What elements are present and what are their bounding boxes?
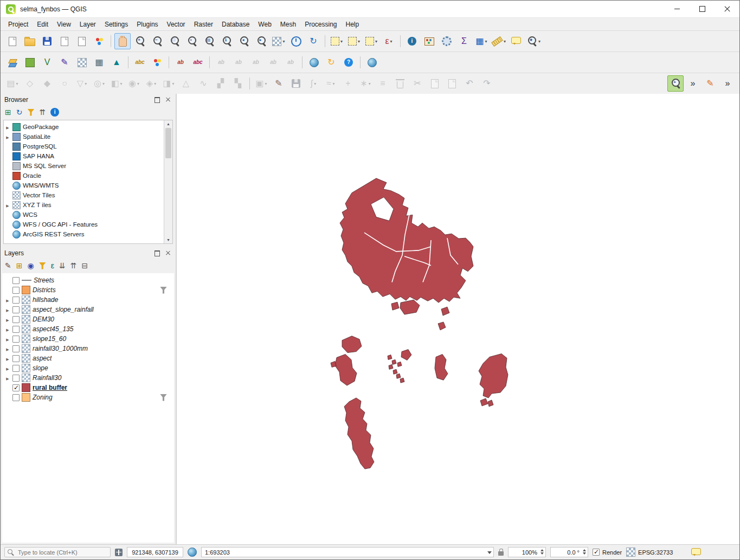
stream-digitizing-icon[interactable]: ≈ bbox=[323, 75, 339, 92]
layer-labeling-icon[interactable]: abc bbox=[132, 54, 148, 70]
browser-wms-wmts[interactable]: WMS/WMTS bbox=[4, 181, 164, 190]
menu-item[interactable]: Raster bbox=[190, 19, 217, 30]
toggle-editing-icon[interactable]: ✎ bbox=[271, 75, 287, 92]
annotation-overflow-icon[interactable]: ✎ bbox=[702, 75, 718, 92]
float-panel-icon[interactable] bbox=[153, 96, 161, 104]
expander-icon[interactable] bbox=[5, 201, 10, 209]
move-feature-icon[interactable]: ◇ bbox=[22, 75, 38, 92]
layer-streets[interactable]: Streets bbox=[2, 275, 174, 285]
coordinate-display[interactable]: 921348, 6307139 bbox=[127, 547, 183, 557]
layer-checkbox[interactable] bbox=[12, 326, 20, 333]
copy-move-feature-icon[interactable]: ◆ bbox=[39, 75, 55, 92]
menu-item[interactable]: Help bbox=[342, 19, 364, 30]
expand-all-icon[interactable]: ⇊ bbox=[59, 262, 66, 269]
layer-slope[interactable]: slope bbox=[2, 363, 174, 373]
fill-ring-icon[interactable]: ◉ bbox=[126, 75, 142, 92]
move-label-icon[interactable]: ab bbox=[213, 54, 229, 70]
manage-map-themes-icon[interactable]: ◉ bbox=[27, 262, 34, 269]
browser-xyz-tiles[interactable]: XYZ T iles bbox=[4, 200, 164, 210]
browser-postgresql[interactable]: PostgreSQL bbox=[4, 141, 164, 151]
field-calculator-icon[interactable] bbox=[421, 33, 437, 49]
highlight-pinned-labels-icon[interactable]: abc bbox=[190, 54, 206, 70]
new-shapefile-layer-icon[interactable]: V bbox=[39, 54, 55, 70]
menu-item[interactable]: Settings bbox=[100, 19, 132, 30]
expander-icon[interactable] bbox=[5, 296, 10, 304]
new-temporary-scratch-layer-icon[interactable] bbox=[74, 54, 90, 70]
add-ring-icon[interactable]: ◎ bbox=[91, 75, 107, 92]
rotate-feature-icon[interactable]: ○ bbox=[56, 75, 73, 92]
layer-aspect-slope-rainfall[interactable]: aspect_slope_rainfall bbox=[2, 305, 174, 314]
locate-input[interactable] bbox=[17, 549, 107, 556]
open-layer-styling-icon[interactable]: ✎ bbox=[5, 262, 11, 269]
expander-icon[interactable] bbox=[5, 335, 10, 343]
rotate-label-icon[interactable]: ab bbox=[230, 54, 247, 70]
vertex-tool-icon[interactable]: ∗ bbox=[357, 75, 374, 92]
new-spatialite-layer-icon[interactable]: ✎ bbox=[56, 54, 73, 70]
filter-browser-icon[interactable] bbox=[27, 109, 34, 116]
menu-item[interactable]: Web bbox=[254, 19, 275, 30]
delete-part-icon[interactable]: ◨ bbox=[160, 75, 177, 92]
filter-legend-icon[interactable] bbox=[39, 262, 46, 269]
add-feature-icon[interactable]: + bbox=[340, 75, 356, 92]
style-manager-icon[interactable] bbox=[91, 33, 107, 49]
redo-icon[interactable]: ↷ bbox=[479, 75, 495, 92]
select-by-expression-icon[interactable]: ε bbox=[381, 33, 397, 49]
browser-scrollbar[interactable]: ▲ ▼ bbox=[164, 120, 172, 243]
rotation-spinbox[interactable]: 0.0 ° bbox=[550, 547, 588, 557]
render-checkbox[interactable] bbox=[593, 549, 600, 556]
map-canvas[interactable] bbox=[177, 94, 739, 544]
new-virtual-layer-icon[interactable]: ▦ bbox=[91, 54, 107, 70]
layer-checkbox[interactable] bbox=[12, 355, 20, 362]
undo-icon[interactable]: ↶ bbox=[461, 75, 478, 92]
expander-icon[interactable] bbox=[5, 345, 10, 352]
scroll-thumb[interactable] bbox=[165, 128, 171, 158]
toolbar-button[interactable] bbox=[167, 55, 171, 70]
layer-checkbox[interactable] bbox=[12, 384, 20, 391]
render-toggle[interactable]: Render bbox=[593, 549, 622, 556]
simplify-feature-icon[interactable]: ▽ bbox=[74, 75, 90, 92]
show-layout-manager-icon[interactable] bbox=[74, 33, 90, 49]
copy-features-icon[interactable] bbox=[427, 75, 443, 92]
zoom-native-icon[interactable]: 1 bbox=[218, 33, 235, 49]
modify-attributes-icon[interactable]: ≡ bbox=[375, 75, 391, 92]
refresh-map-icon[interactable]: ↻ bbox=[305, 33, 321, 49]
identify-features-icon[interactable]: i bbox=[404, 33, 420, 49]
open-project-icon[interactable] bbox=[22, 33, 38, 49]
layer-checkbox[interactable] bbox=[12, 365, 20, 372]
magnifier-spinbox[interactable]: 100% bbox=[508, 547, 546, 557]
save-layer-edits-icon[interactable] bbox=[288, 75, 304, 92]
browser-ms-sql-server[interactable]: MS SQL Server bbox=[4, 161, 164, 171]
menu-item[interactable]: Edit bbox=[33, 19, 53, 30]
menu-item[interactable]: Vector bbox=[163, 19, 190, 30]
maximize-button[interactable] bbox=[690, 1, 715, 17]
toolbar-extension2-icon[interactable]: » bbox=[719, 75, 736, 92]
layer-dem30[interactable]: DEM30 bbox=[2, 314, 174, 324]
menu-item[interactable]: Mesh bbox=[276, 19, 300, 30]
new-geopackage-layer-icon[interactable] bbox=[22, 54, 38, 70]
expander-icon[interactable] bbox=[5, 133, 10, 140]
help-contents-icon[interactable]: ? bbox=[340, 54, 357, 70]
close-button[interactable] bbox=[715, 1, 739, 17]
offset-curve-icon[interactable]: ∿ bbox=[195, 75, 211, 92]
scroll-down-icon[interactable]: ▼ bbox=[166, 236, 170, 243]
toolbar-button[interactable] bbox=[496, 76, 666, 91]
browser-oracle[interactable]: Oracle bbox=[4, 171, 164, 181]
globe-plugin-icon[interactable] bbox=[364, 54, 380, 70]
layer-aspect[interactable]: aspect bbox=[2, 353, 174, 363]
lock-scale-icon[interactable] bbox=[498, 551, 504, 556]
expander-icon[interactable] bbox=[5, 316, 10, 323]
new-print-layout-icon[interactable] bbox=[56, 33, 73, 49]
zoom-overflow-icon[interactable]: + bbox=[667, 75, 684, 92]
collapse-all-icon[interactable]: ⇈ bbox=[39, 108, 46, 116]
data-source-manager-icon[interactable] bbox=[4, 54, 21, 70]
locate-box[interactable] bbox=[4, 547, 111, 557]
new-project-icon[interactable] bbox=[4, 33, 21, 49]
layer-diagram-icon[interactable] bbox=[149, 54, 165, 70]
messages-icon[interactable] bbox=[691, 548, 701, 555]
change-label-icon[interactable]: ab bbox=[248, 54, 264, 70]
layer-checkbox[interactable] bbox=[12, 336, 20, 343]
refresh-browser-icon[interactable]: ↻ bbox=[16, 108, 23, 116]
statistical-summary-icon[interactable]: Σ bbox=[456, 33, 472, 49]
layer-districts[interactable]: Districts bbox=[2, 285, 174, 295]
menu-item[interactable]: Plugins bbox=[132, 19, 162, 30]
